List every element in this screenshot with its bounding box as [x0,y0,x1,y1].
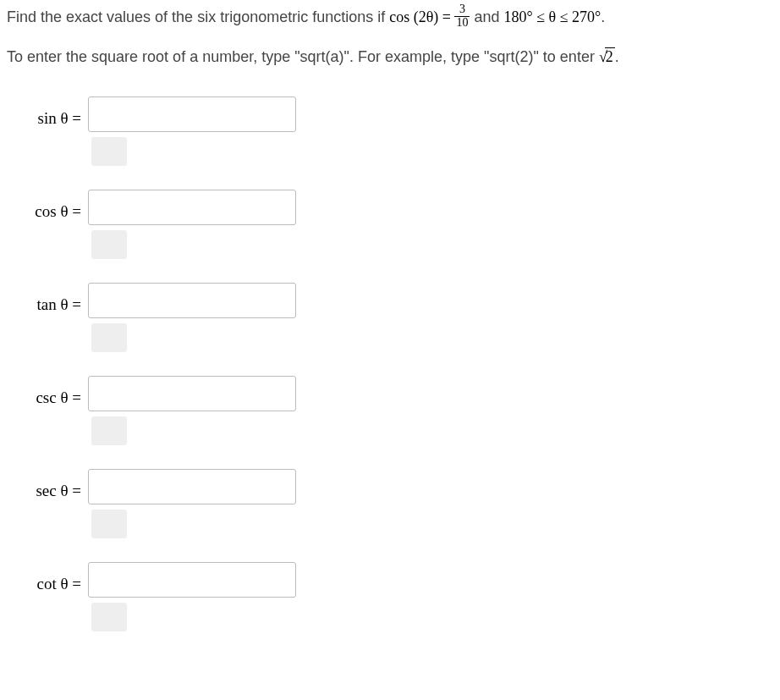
problem-statement: Find the exact values of the six trigono… [7,5,773,30]
status-sec [91,510,127,538]
input-cot[interactable] [88,562,296,598]
label-cos: cos θ = [15,190,88,223]
input-csc[interactable] [88,376,296,411]
input-sin[interactable] [88,96,296,132]
status-csc [91,416,127,445]
input-cos[interactable] [88,190,296,225]
hint-post: . [615,48,619,65]
status-sin [91,137,127,166]
answer-row-csc: csc θ = [15,376,773,445]
fraction-numerator: 3 [454,3,470,16]
label-sin: sin θ = [15,96,88,130]
answer-row-sec: sec θ = [15,469,773,538]
sqrt-radicand: 2 [605,47,615,65]
label-tan: tan θ = [15,283,88,317]
problem-mid: and [470,8,503,25]
hint-pre: To enter the square root of a number, ty… [7,48,599,65]
input-hint: To enter the square root of a number, ty… [7,46,773,68]
input-sec[interactable] [88,469,296,504]
problem-pre: Find the exact values of the six trigono… [7,8,389,25]
fraction: 310 [454,3,470,29]
status-tan [91,323,127,352]
answer-row-cos: cos θ = [15,190,773,259]
label-cot: cot θ = [15,562,88,596]
problem-post: . [601,8,605,25]
input-tan[interactable] [88,283,296,318]
status-cot [91,603,127,631]
fraction-denominator: 10 [454,16,470,30]
label-sec: sec θ = [15,469,88,503]
answer-row-sin: sin θ = [15,96,773,166]
sqrt-example: √2 [599,48,615,65]
status-cos [91,230,127,259]
answer-row-tan: tan θ = [15,283,773,352]
cos-expression: cos (2θ) = [389,8,454,25]
answers-section: sin θ = cos θ = tan θ = csc θ = sec θ = [7,96,773,631]
label-csc: csc θ = [15,376,88,410]
theta-range: 180° ≤ θ ≤ 270° [504,8,601,25]
answer-row-cot: cot θ = [15,562,773,631]
